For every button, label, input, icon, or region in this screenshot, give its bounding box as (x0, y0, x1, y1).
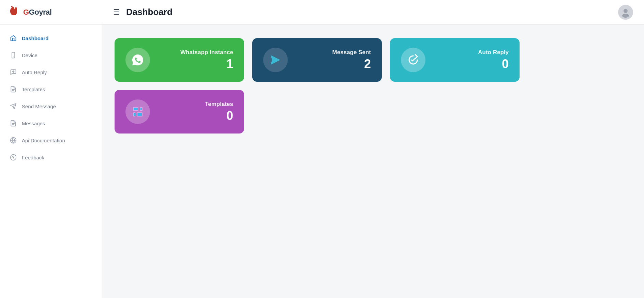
hamburger-button[interactable]: ☰ (113, 9, 120, 16)
card-auto-reply[interactable]: Auto Reply 0 (390, 38, 520, 82)
sidebar-item-auto-reply[interactable]: Auto Reply (0, 64, 102, 80)
card-value-message: 2 (364, 57, 371, 71)
svg-marker-15 (271, 55, 280, 65)
sidebar-item-label: Send Message (22, 104, 56, 109)
svg-point-14 (622, 14, 629, 18)
svg-point-13 (624, 9, 628, 13)
sidebar-item-feedback[interactable]: Feedback (0, 149, 102, 166)
card-value-autoreply: 0 (502, 57, 509, 71)
sidebar-item-label: Templates (22, 87, 45, 92)
sidebar: GGoyral Dashboard Device (0, 0, 102, 298)
card-templates[interactable]: Templates 0 (115, 90, 244, 134)
main-content: ☰ Dashboard Whatsapp Instance (102, 0, 644, 298)
templates-icon (10, 85, 17, 93)
sidebar-nav: Dashboard Device Auto Reply (0, 25, 102, 298)
svg-rect-23 (137, 113, 142, 116)
sidebar-item-api-documentation[interactable]: Api Documentation (0, 132, 102, 148)
card-label-autoreply: Auto Reply (478, 49, 509, 56)
cards-row-1: Whatsapp Instance 1 Message Sent 2 (115, 38, 632, 82)
sidebar-item-label: Feedback (22, 155, 44, 160)
logo-icon (8, 5, 20, 19)
card-message-sent[interactable]: Message Sent 2 (252, 38, 382, 82)
avatar[interactable] (618, 5, 633, 20)
dashboard-content: Whatsapp Instance 1 Message Sent 2 (102, 25, 644, 155)
device-icon (10, 51, 17, 59)
sidebar-item-send-message[interactable]: Send Message (0, 98, 102, 114)
logo-text: GGoyral (23, 8, 51, 17)
card-info-message: Message Sent 2 (297, 49, 371, 71)
api-icon (10, 137, 17, 144)
page-title: Dashboard (126, 7, 173, 17)
sidebar-item-label: Messages (22, 121, 45, 126)
card-label-message: Message Sent (332, 49, 371, 56)
sidebar-item-templates[interactable]: Templates (0, 81, 102, 97)
whatsapp-icon-wrap (125, 48, 150, 72)
header: ☰ Dashboard (102, 0, 644, 25)
sidebar-item-device[interactable]: Device (0, 47, 102, 63)
sidebar-item-label: Device (22, 52, 38, 58)
auto-reply-icon-wrap (401, 48, 425, 72)
card-label-templates: Templates (205, 101, 233, 108)
auto-reply-icon (10, 68, 17, 76)
messages-icon (10, 120, 17, 127)
card-whatsapp-instance[interactable]: Whatsapp Instance 1 (115, 38, 244, 82)
logo: GGoyral (0, 0, 102, 25)
card-info-autoreply: Auto Reply 0 (435, 49, 509, 71)
feedback-icon (10, 154, 17, 161)
svg-rect-24 (140, 108, 142, 110)
sidebar-item-label: Dashboard (22, 35, 48, 41)
cards-row-2: Templates 0 (115, 90, 632, 134)
card-value-templates: 0 (226, 109, 233, 123)
sidebar-item-label: Auto Reply (22, 69, 47, 75)
home-icon (10, 34, 17, 42)
svg-rect-21 (134, 108, 138, 110)
templates-icon-wrap (125, 99, 150, 124)
card-label-whatsapp: Whatsapp Instance (180, 49, 233, 56)
sidebar-item-messages[interactable]: Messages (0, 115, 102, 131)
header-left: ☰ Dashboard (113, 7, 173, 17)
sidebar-item-label: Api Documentation (22, 138, 65, 143)
send-message-icon (10, 103, 17, 110)
svg-rect-22 (134, 113, 135, 116)
card-info-whatsapp: Whatsapp Instance 1 (160, 49, 233, 71)
message-sent-icon-wrap (263, 48, 288, 72)
card-value-whatsapp: 1 (226, 57, 233, 71)
sidebar-item-dashboard[interactable]: Dashboard (0, 30, 102, 46)
card-info-templates: Templates 0 (160, 101, 233, 123)
